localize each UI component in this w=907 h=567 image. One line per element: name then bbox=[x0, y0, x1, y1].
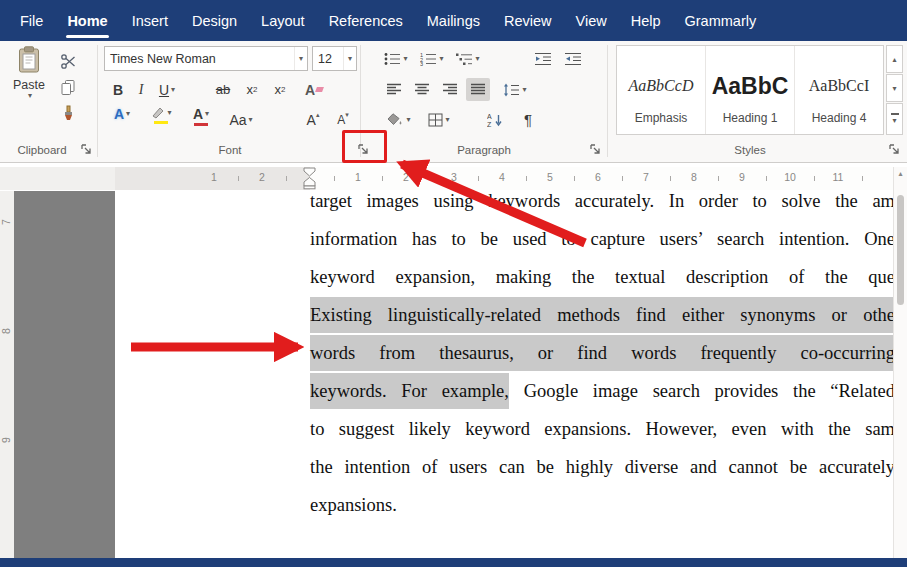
styles-scroll-up-button[interactable]: ▴ bbox=[886, 45, 903, 73]
highlight-color-swatch bbox=[154, 121, 168, 125]
tab-references[interactable]: References bbox=[317, 0, 415, 41]
increase-indent-button[interactable] bbox=[560, 46, 586, 71]
text-effects-button[interactable]: A▾ bbox=[107, 107, 137, 132]
chevron-down-icon: ▾ bbox=[28, 92, 32, 100]
numbering-button[interactable]: 123 ▾ bbox=[416, 46, 448, 71]
document-line[interactable]: expansions. bbox=[310, 486, 893, 524]
style-heading-1[interactable]: AaBbCHeading 1 bbox=[706, 46, 795, 134]
document-line[interactable]: target images using keywords accurately.… bbox=[310, 191, 893, 220]
vertical-scrollbar[interactable]: ▴ bbox=[893, 167, 907, 558]
chevron-down-icon: ▾ bbox=[445, 116, 449, 124]
vertical-ruler[interactable]: 789 bbox=[0, 191, 14, 558]
clipboard-dialog-launcher[interactable] bbox=[80, 143, 94, 157]
style-emphasis[interactable]: AaBbCcDEmphasis bbox=[617, 46, 706, 134]
tab-help[interactable]: Help bbox=[619, 0, 673, 41]
eraser-icon bbox=[315, 87, 324, 92]
align-right-button[interactable] bbox=[438, 78, 462, 101]
numbered-list-icon: 123 bbox=[420, 52, 437, 66]
show-paragraph-marks-button[interactable]: ¶ bbox=[516, 107, 540, 132]
tab-layout[interactable]: Layout bbox=[249, 0, 317, 41]
line-spacing-icon bbox=[503, 83, 520, 97]
group-divider bbox=[607, 45, 608, 157]
bullets-button[interactable]: ▾ bbox=[380, 46, 412, 71]
copy-button[interactable] bbox=[56, 75, 80, 99]
sort-button[interactable]: AZ bbox=[480, 107, 510, 132]
scroll-up-arrow-icon[interactable]: ▴ bbox=[894, 169, 907, 178]
scrollbar-thumb[interactable] bbox=[897, 195, 904, 305]
styles-dialog-launcher[interactable] bbox=[888, 143, 902, 157]
tab-review[interactable]: Review bbox=[492, 0, 564, 41]
more-bar-icon bbox=[891, 113, 899, 115]
subscript-button[interactable]: x2 bbox=[240, 78, 264, 101]
dialog-launcher-icon bbox=[80, 143, 93, 156]
italic-button[interactable]: I bbox=[131, 78, 151, 101]
font-name-value: Times New Roman bbox=[110, 52, 216, 66]
underline-button[interactable]: U ▾ bbox=[152, 78, 182, 101]
multilevel-list-button[interactable]: ▾ bbox=[452, 46, 484, 71]
font-color-button[interactable]: A▾ bbox=[185, 107, 217, 132]
paragraph-dialog-launcher[interactable] bbox=[589, 143, 603, 157]
document-line[interactable]: to suggest likely keyword expansions. Ho… bbox=[310, 410, 893, 448]
align-center-button[interactable] bbox=[410, 78, 434, 101]
tab-home[interactable]: Home bbox=[55, 0, 119, 41]
increase-indent-icon bbox=[565, 52, 582, 66]
styles-scroll-down-button[interactable]: ▾ bbox=[886, 74, 903, 102]
format-painter-button[interactable] bbox=[56, 101, 80, 125]
ruler-number: 11 bbox=[833, 171, 844, 183]
clear-formatting-button[interactable]: A bbox=[300, 78, 328, 101]
document-line[interactable]: Existing linguistically-related methods … bbox=[310, 296, 893, 334]
shading-button[interactable]: ▾ bbox=[382, 107, 416, 132]
change-case-button[interactable]: Aa ▾ bbox=[223, 107, 259, 132]
paint-bucket-icon bbox=[387, 113, 404, 127]
align-left-button[interactable] bbox=[382, 78, 406, 101]
highlight-color-button[interactable]: ▾ bbox=[143, 107, 179, 132]
font-name-select[interactable]: Times New Roman ▾ bbox=[104, 46, 308, 71]
chevron-down-icon: ▾ bbox=[892, 84, 896, 93]
superscript-button[interactable]: x2 bbox=[268, 78, 292, 101]
horizontal-ruler[interactable]: 211234567891011 bbox=[0, 167, 893, 190]
strikethrough-button[interactable]: ab bbox=[210, 78, 236, 101]
styles-group-label: Styles bbox=[650, 144, 850, 156]
tab-design[interactable]: Design bbox=[180, 0, 249, 41]
chevron-down-icon: ▾ bbox=[403, 55, 407, 63]
svg-text:3: 3 bbox=[420, 61, 423, 66]
borders-button[interactable]: ▾ bbox=[422, 107, 456, 132]
font-dialog-launcher[interactable] bbox=[357, 143, 371, 157]
style-preview-text: AaBbCcI bbox=[809, 63, 869, 109]
document-page[interactable]: target images using keywords accurately.… bbox=[115, 191, 893, 558]
underline-icon: U bbox=[159, 83, 169, 97]
document-line[interactable]: words from thesaurus, or find words freq… bbox=[310, 334, 893, 372]
grow-font-button[interactable]: A ▴ bbox=[300, 107, 326, 132]
chevron-down-icon: ▾ bbox=[167, 109, 171, 117]
cut-button[interactable] bbox=[56, 49, 80, 73]
styles-more-button[interactable]: ▾ bbox=[886, 103, 903, 135]
style-heading-4[interactable]: AaBbCcIHeading 4 bbox=[795, 46, 883, 134]
tab-insert[interactable]: Insert bbox=[120, 0, 180, 41]
ruler-number: 8 bbox=[691, 171, 697, 183]
bullet-list-icon bbox=[384, 52, 401, 66]
document-line[interactable]: the intention of users can be highly div… bbox=[310, 448, 893, 486]
tab-file[interactable]: File bbox=[8, 0, 55, 41]
tab-mailings[interactable]: Mailings bbox=[415, 0, 492, 41]
paste-button[interactable]: Paste ▾ bbox=[6, 46, 52, 138]
pilcrow-icon: ¶ bbox=[524, 112, 532, 127]
indent-markers[interactable] bbox=[302, 167, 317, 190]
shrink-font-button[interactable]: A ▾ bbox=[330, 107, 356, 132]
line-spacing-button[interactable]: ▾ bbox=[498, 78, 532, 101]
copy-icon bbox=[60, 79, 76, 96]
decrease-indent-button[interactable] bbox=[530, 46, 556, 71]
bold-button[interactable]: B bbox=[107, 78, 129, 101]
document-line[interactable]: information has to be used to capture us… bbox=[310, 220, 893, 258]
font-group-label: Font bbox=[130, 144, 330, 156]
tab-view[interactable]: View bbox=[564, 0, 619, 41]
justify-button[interactable] bbox=[466, 78, 490, 101]
chevron-down-icon: ▾ bbox=[522, 86, 526, 94]
tab-grammarly[interactable]: Grammarly bbox=[673, 0, 769, 41]
selected-text: Existing linguistically-related methods … bbox=[310, 297, 893, 333]
ruler-number: 5 bbox=[547, 171, 553, 183]
document-line[interactable]: keyword expansion, making the textual de… bbox=[310, 258, 893, 296]
shrink-font-icon: A bbox=[337, 114, 345, 126]
styles-gallery: AaBbCcDEmphasisAaBbCHeading 1AaBbCcIHead… bbox=[616, 45, 884, 135]
font-size-select[interactable]: 12 ▾ bbox=[312, 46, 357, 71]
document-line[interactable]: keywords. For example, Google image sear… bbox=[310, 372, 893, 410]
